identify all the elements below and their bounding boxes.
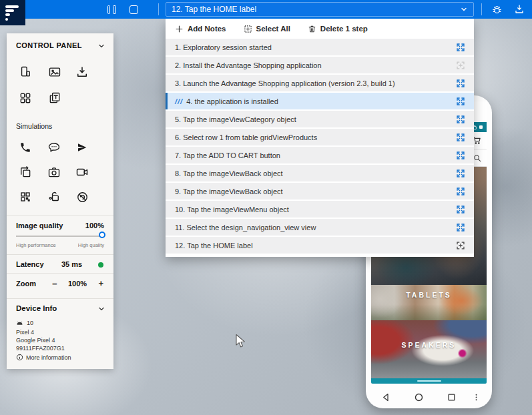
locate-step-icon[interactable] [455, 96, 466, 107]
chevron-down-icon[interactable] [97, 42, 105, 50]
step-row[interactable]: 7. Tap the ADD TO CART button [166, 147, 474, 163]
step-label: 12. Tap the HOME label [175, 242, 455, 250]
image-quality-label: Image quality [16, 222, 63, 230]
step-row[interactable]: 11. Select the design_navigation_view vi… [166, 219, 474, 236]
step-label: 4. the application is installed [186, 97, 455, 105]
step-label: 2. Install the Advantage Shopping applic… [175, 61, 455, 69]
divider [7, 254, 113, 255]
locate-step-icon[interactable] [455, 132, 466, 143]
background-app-icon[interactable] [18, 165, 33, 179]
step-row[interactable]: 12. Tap the HOME label [166, 237, 474, 254]
step-row[interactable]: 3. Launch the Advantage Shopping applica… [166, 75, 474, 91]
device-screen-icon[interactable] [125, 0, 142, 19]
call-simulation-icon[interactable] [18, 140, 33, 155]
select-all-button[interactable]: Select All [244, 25, 290, 33]
step-row[interactable]: 6. Select row 1 from table gridViewProdu… [166, 129, 474, 145]
step-label: 1. Exploratory session started [175, 43, 455, 51]
select-all-icon [244, 25, 252, 33]
zoom-label: Zoom [16, 280, 36, 288]
step-row[interactable]: 9. Tap the imageViewBack object [166, 183, 474, 199]
step-row[interactable]: /// 4. the application is installed [166, 93, 474, 109]
app-logo [0, 0, 25, 25]
screenshot-icon[interactable] [47, 65, 62, 79]
steps-toolbar: Add Notes Select All Delete 1 step [166, 19, 474, 39]
step-label: 5. Tap the imageViewCategory object [175, 115, 455, 123]
locate-step-icon[interactable] [455, 78, 466, 89]
current-step-dropdown[interactable]: 12. Tap the HOME label [166, 2, 474, 17]
locate-step-icon[interactable] [455, 60, 466, 71]
step-label: 6. Select row 1 from table gridViewProdu… [175, 133, 455, 141]
control-panel-title: CONTROL PANEL [16, 41, 82, 49]
appbar-badge [479, 125, 483, 129]
add-notes-button[interactable]: Add Notes [175, 25, 226, 33]
locate-step-icon[interactable] [455, 222, 466, 233]
zoom-out-button[interactable]: − [52, 280, 57, 288]
chevron-down-icon[interactable] [97, 305, 105, 313]
image-quality-value: 100% [85, 222, 104, 230]
camera-simulation-icon[interactable] [47, 165, 61, 179]
latency-value: 35 ms [61, 260, 82, 268]
control-panel: CONTROL PANEL Simulations [7, 33, 113, 369]
image-quality-slider-track[interactable] [16, 236, 104, 237]
steps-list: 1. Exploratory session started 2. Instal… [166, 39, 474, 257]
barcode-simulation-icon[interactable] [18, 189, 33, 204]
install-app-icon[interactable] [75, 65, 89, 79]
category-tile-speakers[interactable]: SPEAKERS [371, 320, 487, 378]
latency-label: Latency [16, 260, 44, 268]
chevron-down-icon [460, 5, 468, 13]
top-toolbar: 12. Tap the HOME label [0, 0, 532, 19]
toolbar-divider [158, 3, 159, 15]
delete-step-button[interactable]: Delete 1 step [308, 25, 368, 33]
network-condition-icon[interactable] [75, 189, 89, 204]
locate-step-icon[interactable] [455, 204, 466, 215]
mouse-cursor [235, 334, 246, 349]
locate-step-icon[interactable] [455, 114, 466, 125]
locate-step-icon[interactable] [455, 186, 466, 197]
category-label: TABLETS [406, 291, 452, 299]
locate-step-icon[interactable] [455, 240, 466, 251]
download-icon[interactable] [511, 0, 527, 19]
step-row[interactable]: 1. Exploratory session started [166, 39, 474, 55]
step-label: 7. Tap the ADD TO CART button [175, 151, 455, 159]
category-tile-tablets[interactable]: TABLETS [371, 285, 487, 320]
copy-text-icon[interactable] [47, 91, 62, 105]
location-simulation-icon[interactable] [75, 140, 89, 155]
trash-icon [308, 25, 316, 33]
android-recents-icon[interactable] [445, 390, 458, 404]
locate-step-icon[interactable] [455, 42, 466, 53]
step-label: 8. Tap the imageViewBack object [175, 169, 455, 177]
image-quality-slider-thumb[interactable] [99, 232, 105, 238]
video-simulation-icon[interactable] [75, 165, 89, 179]
scroll-indicator [417, 380, 441, 382]
android-back-icon[interactable] [379, 390, 392, 404]
android-menu-icon[interactable] [469, 390, 483, 404]
android-home-icon[interactable] [412, 390, 425, 404]
app-window: 12. Tap the HOME label [0, 0, 532, 415]
current-step-marker: /// [175, 97, 183, 105]
os-version: 10 [27, 320, 33, 326]
apps-icon[interactable] [18, 91, 33, 105]
steps-dropdown-panel: Add Notes Select All Delete 1 step 1. Ex… [166, 19, 474, 257]
android-nav-bar [366, 389, 492, 405]
sms-simulation-icon[interactable] [47, 140, 61, 155]
info-icon [16, 354, 23, 361]
zoom-in-button[interactable]: + [98, 279, 103, 288]
pause-icon[interactable] [103, 0, 119, 19]
app-bottom-bar [371, 378, 487, 384]
more-information-link[interactable]: More information [16, 354, 71, 361]
step-label: 3. Launch the Advantage Shopping applica… [175, 79, 455, 87]
step-row[interactable]: 10. Tap the imageViewMenu object [166, 201, 474, 218]
category-label: SPEAKERS [402, 341, 457, 349]
step-row[interactable]: 5. Tap the imageViewCategory object [166, 111, 474, 127]
locate-step-icon[interactable] [455, 168, 466, 179]
step-row[interactable]: 8. Tap the imageViewBack object [166, 165, 474, 181]
locate-step-icon[interactable] [455, 150, 466, 161]
authentication-simulation-icon[interactable] [47, 189, 61, 204]
bug-report-icon[interactable] [489, 0, 505, 19]
quality-min-label: High performance [16, 242, 56, 248]
device-interaction-icon[interactable] [18, 65, 33, 79]
step-row[interactable]: 2. Install the Advantage Shopping applic… [166, 57, 474, 73]
device-info-title: Device Info [16, 304, 57, 312]
divider [7, 273, 113, 274]
step-label: 10. Tap the imageViewMenu object [175, 205, 455, 214]
